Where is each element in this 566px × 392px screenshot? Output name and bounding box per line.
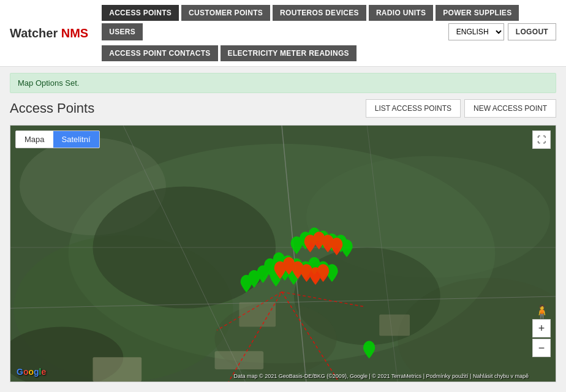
nav-row2: ACCESS POINT CONTACTS ELECTRICITY METER … (102, 45, 556, 61)
map-background (10, 126, 556, 382)
map-fullscreen-button[interactable]: ⛶ (532, 130, 551, 149)
map-toggle-mapa[interactable]: Mapa (16, 131, 53, 148)
map-zoom-controls: + − (532, 319, 551, 357)
right-nav: ENGLISH LOGOUT (448, 23, 556, 40)
map-toggle-satelitni[interactable]: Satelitní (53, 131, 99, 148)
nav-customer-points[interactable]: CUSTOMER POINTS (181, 5, 270, 21)
language-select[interactable]: ENGLISH (448, 23, 504, 40)
header: Watcher NMS ACCESS POINTS CUSTOMER POINT… (0, 0, 566, 67)
map-pegman[interactable]: 🧍 (534, 304, 550, 320)
alert-box: Map Options Set. (10, 73, 556, 93)
nav-access-points[interactable]: ACCESS POINTS (102, 5, 179, 21)
nav-routeros-devices[interactable]: ROUTEROS DEVICES (273, 5, 366, 21)
page-actions: LIST ACCESS POINTS NEW ACCESS POINT (366, 99, 556, 118)
nav-access-point-contacts[interactable]: ACCESS POINT CONTACTS (102, 45, 217, 61)
logout-button[interactable]: LOGOUT (508, 23, 556, 40)
nav-row1: ACCESS POINTS CUSTOMER POINTS ROUTEROS D… (102, 5, 556, 40)
zoom-out-button[interactable]: − (532, 339, 551, 357)
svg-rect-18 (215, 351, 264, 369)
nav-radio-units[interactable]: RADIO UNITS (369, 5, 433, 21)
map-container: Mapa Satelitní ⛶ 🧍 + − Google Data map ©… (10, 125, 556, 382)
logo-accent: NMS (61, 26, 88, 40)
google-logo: Google (17, 367, 46, 377)
nav-users[interactable]: USERS (102, 23, 143, 40)
nav-area: ACCESS POINTS CUSTOMER POINTS ROUTEROS D… (102, 5, 556, 61)
svg-rect-16 (92, 357, 142, 382)
zoom-in-button[interactable]: + (532, 319, 551, 337)
svg-rect-15 (239, 303, 276, 327)
page-header: Access Points LIST ACCESS POINTS NEW ACC… (10, 99, 556, 118)
alert-message: Map Options Set. (18, 78, 79, 88)
nav-power-supplies[interactable]: POWER SUPPLIES (436, 5, 519, 21)
main-content: Access Points LIST ACCESS POINTS NEW ACC… (10, 99, 556, 392)
svg-rect-17 (379, 315, 410, 336)
map-options-section: Map Options (10, 388, 556, 392)
list-access-points-button[interactable]: LIST ACCESS POINTS (366, 99, 461, 118)
nav-electricity-meter[interactable]: ELECTRICITY METER READINGS (221, 45, 357, 61)
app-logo: Watcher NMS (10, 26, 88, 40)
page-title: Access Points (10, 100, 94, 116)
map-attribution: Data map © 2021 GeoBasis-DE/BKG (©2009),… (234, 373, 529, 379)
map-type-toggle: Mapa Satelitní (15, 130, 100, 148)
new-access-point-button[interactable]: NEW ACCESS POINT (464, 99, 556, 118)
